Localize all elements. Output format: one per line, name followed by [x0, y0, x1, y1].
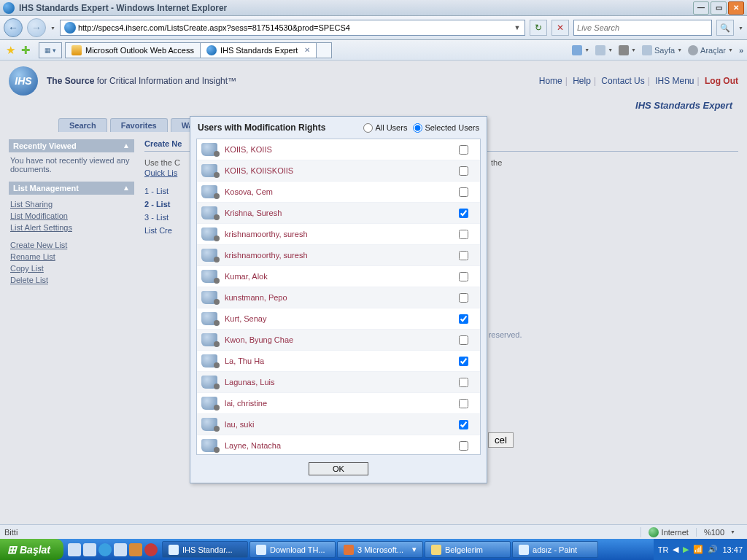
ql-app1-icon[interactable] [129, 543, 142, 556]
search-provider-dropdown[interactable]: ▼ [738, 26, 743, 31]
radio-selected-users[interactable]: Selected Users [413, 123, 479, 133]
link-create[interactable]: Create New List [10, 239, 133, 251]
home-button[interactable]: ▼ [572, 45, 589, 55]
user-row[interactable]: KOIIS, KOIISKOIIS [197, 160, 480, 182]
task-paint[interactable]: adsız - Paint [512, 541, 598, 558]
tray-icon[interactable]: ▶ [683, 545, 689, 554]
print-button[interactable]: ▼ [619, 45, 636, 55]
radio-all-users[interactable]: All Users [363, 123, 407, 133]
link-contact[interactable]: Contact Us [601, 76, 644, 86]
quicklist-link[interactable]: Quick Lis [144, 168, 177, 177]
tray-net-icon[interactable]: 📶 [693, 545, 703, 554]
user-checkbox[interactable] [459, 272, 468, 281]
close-button[interactable]: ✕ [728, 1, 744, 15]
tab-favorites[interactable]: Favorites [110, 118, 168, 132]
tray-vol-icon[interactable]: 🔊 [708, 545, 718, 554]
ql-bs-icon[interactable] [98, 543, 112, 556]
link-logout[interactable]: Log Out [705, 76, 738, 86]
link-delete[interactable]: Delete List [10, 274, 133, 286]
link-alert[interactable]: List Alert Settings [10, 222, 133, 233]
link-copy[interactable]: Copy List [10, 262, 133, 274]
task-belgelerim[interactable]: Belgelerim [425, 541, 511, 558]
start-button[interactable]: ⊞Başlat [0, 539, 63, 560]
user-checkbox[interactable] [459, 251, 468, 260]
stop-button[interactable]: ✕ [551, 20, 569, 36]
new-tab-button[interactable] [316, 42, 332, 58]
user-checkbox[interactable] [459, 441, 468, 451]
maximize-button[interactable]: ▭ [711, 1, 727, 15]
task-ihs[interactable]: IHS Standar... [162, 541, 248, 558]
panel-recent-header[interactable]: Recently Viewed▲ [9, 139, 134, 152]
user-row[interactable]: Lagunas, Luis [197, 372, 480, 393]
chevron-overflow[interactable]: » [739, 46, 743, 55]
user-checkbox[interactable] [459, 378, 468, 387]
feeds-button[interactable]: ▼ [595, 45, 613, 55]
task-download[interactable]: Download TH... [249, 541, 336, 558]
user-checkbox[interactable] [459, 209, 468, 218]
user-checkbox[interactable] [459, 187, 468, 197]
cancel-button[interactable]: cel [488, 432, 514, 448]
panel-listmgmt-header[interactable]: List Management▲ [9, 182, 134, 195]
user-row[interactable]: Kwon, Byung Chae [197, 330, 480, 351]
user-row[interactable]: krishnamoorthy, suresh [197, 224, 480, 245]
refresh-button[interactable]: ↻ [530, 20, 547, 36]
user-checkbox[interactable] [459, 335, 468, 345]
address-bar[interactable]: ▼ [60, 20, 525, 36]
ql-app2-icon[interactable] [144, 543, 158, 556]
user-checkbox[interactable] [459, 357, 468, 366]
ql-msn-icon[interactable] [114, 543, 127, 556]
forward-button[interactable]: → [27, 18, 46, 37]
user-row[interactable]: Kumar, Alok [197, 266, 480, 287]
user-checkbox[interactable] [459, 293, 468, 303]
clock[interactable]: 13:47 [722, 545, 743, 554]
link-ihsmenu[interactable]: IHS Menu [655, 76, 694, 86]
lang-indicator[interactable]: TR [658, 545, 669, 554]
user-row[interactable]: lai, christine [197, 393, 480, 414]
user-checkbox[interactable] [459, 145, 468, 155]
link-sharing[interactable]: List Sharing [10, 198, 133, 210]
link-rename[interactable]: Rename List [10, 251, 133, 262]
user-checkbox[interactable] [459, 399, 468, 408]
add-favorite-icon[interactable]: ✚ [19, 44, 32, 57]
link-modification[interactable]: List Modification [10, 210, 133, 222]
user-row[interactable]: Kurt, Senay [197, 308, 480, 330]
task-microsoft[interactable]: 3 Microsoft...▾ [337, 541, 423, 558]
tools-menu[interactable]: Araçlar▼ [688, 45, 733, 55]
user-row[interactable]: Kosova, Cem [197, 182, 480, 203]
minimize-button[interactable]: — [693, 1, 709, 15]
tab-outlook[interactable]: Microsoft Outlook Web Access [65, 42, 201, 58]
user-row[interactable]: Krishna, Suresh [197, 203, 480, 224]
user-checkbox[interactable] [459, 314, 468, 324]
user-checkbox[interactable] [459, 166, 468, 176]
user-checkbox[interactable] [459, 230, 468, 239]
page-menu[interactable]: Sayfa▼ [642, 45, 682, 55]
user-row[interactable]: La, Thu Ha [197, 351, 480, 372]
tab-search[interactable]: Search [58, 118, 107, 132]
ql-desktop-icon[interactable] [83, 543, 96, 556]
back-button[interactable]: ← [4, 18, 23, 37]
user-row[interactable]: kunstmann, Pepo [197, 287, 480, 308]
url-dropdown[interactable]: ▼ [511, 24, 523, 31]
search-input[interactable] [574, 23, 711, 32]
favorites-star-icon[interactable]: ★ [4, 44, 17, 57]
ql-ie-icon[interactable] [68, 543, 81, 556]
link-home[interactable]: Home [539, 76, 562, 86]
user-checkbox[interactable] [459, 420, 468, 429]
nav-history-dropdown[interactable]: ▼ [50, 26, 55, 31]
user-row[interactable]: Layne, Natacha [197, 435, 480, 455]
url-input[interactable] [78, 23, 511, 32]
close-tab-icon[interactable]: ✕ [304, 46, 310, 54]
link-help[interactable]: Help [573, 76, 591, 86]
search-button[interactable]: 🔍 [716, 20, 734, 36]
modal-user-list[interactable]: KOIIS, KOIISKOIIS, KOIISKOIISKosova, Cem… [196, 139, 481, 455]
user-row[interactable]: krishnamoorthy, suresh [197, 245, 480, 266]
tab-ihs[interactable]: IHS Standards Expert ✕ [200, 42, 317, 58]
system-tray[interactable]: TR ◀ ▶ 📶 🔊 13:47 [654, 539, 747, 560]
user-row[interactable]: lau, suki [197, 414, 480, 435]
user-row[interactable]: KOIIS, KOIIS [197, 139, 480, 160]
security-zone[interactable]: Internet [640, 527, 696, 537]
tray-collapse-icon[interactable]: ◀ [673, 545, 678, 554]
zoom-level[interactable]: %100▼ [696, 528, 743, 537]
quick-tabs-button[interactable]: ▦ ▾ [39, 42, 62, 58]
ok-button[interactable]: OK [309, 462, 368, 475]
